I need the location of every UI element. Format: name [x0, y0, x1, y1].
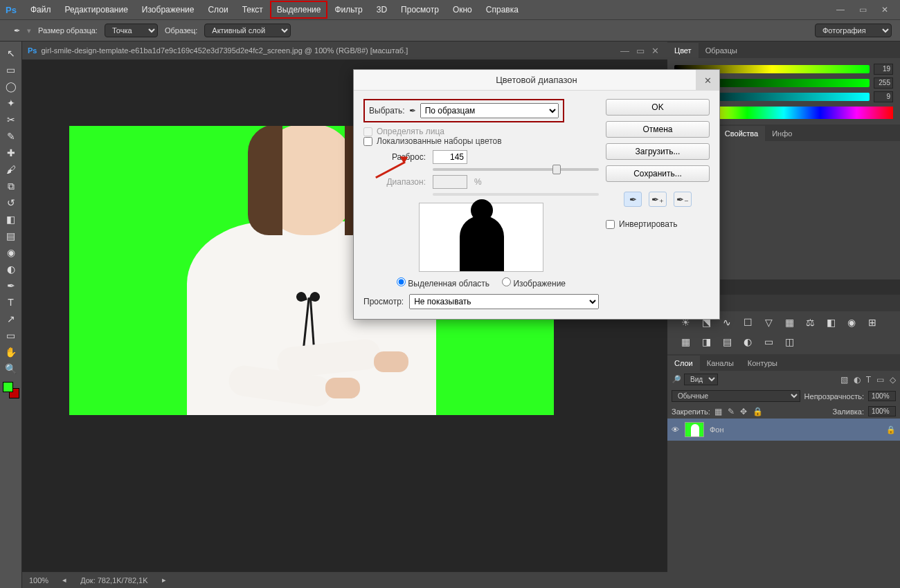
menu-edit[interactable]: Редактирование — [57, 1, 134, 19]
load-button[interactable]: Загрузить... — [606, 143, 710, 160]
filter-smart-icon[interactable]: ◇ — [890, 375, 896, 385]
poster-icon[interactable]: ▤ — [720, 336, 734, 349]
vibrance-icon[interactable]: ▽ — [762, 317, 775, 329]
menu-text[interactable]: Текст — [235, 1, 270, 19]
marquee-tool-icon[interactable]: ▭ — [3, 62, 19, 77]
lock-all-icon[interactable]: 🔒 — [753, 407, 763, 416]
radio-image[interactable]: Изображение — [502, 277, 566, 288]
filter-shape-icon[interactable]: ▭ — [876, 375, 884, 385]
bw-icon[interactable]: ◧ — [824, 317, 838, 329]
sample-layer-select[interactable]: Активный слой — [204, 24, 291, 37]
layer-name[interactable]: Фон — [710, 425, 724, 434]
menu-view[interactable]: Просмотр — [394, 1, 446, 19]
fuzziness-value[interactable] — [433, 150, 467, 164]
window-minimize-icon[interactable]: — — [834, 5, 847, 15]
localized-checkbox[interactable] — [363, 137, 372, 146]
fill-value[interactable] — [868, 406, 896, 416]
history-brush-icon[interactable]: ↺ — [3, 195, 19, 210]
menu-3d[interactable]: 3D — [370, 1, 394, 19]
menu-help[interactable]: Справка — [479, 1, 525, 19]
layer-kind-select[interactable]: Вид — [684, 374, 718, 385]
window-close-icon[interactable]: ✕ — [878, 5, 892, 15]
r-value[interactable]: 19 — [874, 64, 893, 75]
hue-icon[interactable]: ▦ — [782, 317, 796, 329]
tab-paths[interactable]: Контуры — [741, 356, 784, 371]
selective-icon[interactable]: ◫ — [782, 336, 796, 349]
doc-close-icon[interactable]: ✕ — [651, 46, 659, 56]
move-tool-icon[interactable]: ↖ — [3, 46, 19, 61]
cancel-button[interactable]: Отмена — [606, 121, 710, 138]
lock-move-icon[interactable]: ✥ — [740, 407, 747, 416]
blend-mode-select[interactable]: Обычные — [672, 390, 800, 402]
tab-info[interactable]: Инфо — [765, 126, 799, 141]
pen-tool-icon[interactable]: ✒ — [3, 278, 19, 293]
window-maximize-icon[interactable]: ▭ — [856, 5, 870, 15]
photo-filter-icon[interactable]: ◉ — [845, 317, 858, 329]
dodge-tool-icon[interactable]: ◐ — [3, 261, 19, 277]
eyedropper-add-icon[interactable]: ✒₊ — [649, 192, 667, 207]
menu-window[interactable]: Окно — [446, 1, 479, 19]
opacity-value[interactable] — [868, 391, 896, 401]
tab-swatches[interactable]: Образцы — [699, 43, 744, 58]
filter-adjust-icon[interactable]: ◐ — [854, 375, 861, 385]
radio-selection[interactable]: Выделенная область — [397, 277, 489, 288]
menu-layers[interactable]: Слои — [201, 1, 235, 19]
tab-channels[interactable]: Каналы — [700, 356, 741, 371]
dialog-title-bar[interactable]: Цветовой диапазон ✕ — [354, 70, 719, 91]
doc-minimize-icon[interactable]: — — [620, 46, 629, 56]
wand-tool-icon[interactable]: ✦ — [3, 95, 19, 111]
invert-icon[interactable]: ◨ — [699, 336, 713, 349]
sample-size-select[interactable]: Точка — [105, 24, 158, 37]
preview-select[interactable]: Не показывать — [409, 294, 599, 309]
visibility-icon[interactable]: 👁 — [672, 425, 679, 434]
g-value[interactable]: 255 — [874, 77, 893, 89]
menu-filter[interactable]: Фильтр — [327, 1, 369, 19]
heal-tool-icon[interactable]: ✚ — [3, 145, 19, 160]
hand-tool-icon[interactable]: ✋ — [3, 344, 19, 360]
lasso-tool-icon[interactable]: ◯ — [3, 79, 19, 94]
lut-icon[interactable]: ▦ — [678, 336, 692, 349]
menu-select[interactable]: Выделение — [270, 1, 328, 19]
lock-brush-icon[interactable]: ✎ — [728, 407, 735, 416]
tab-color[interactable]: Цвет — [667, 43, 699, 58]
exposure-icon[interactable]: ☐ — [741, 317, 755, 329]
workspace-select[interactable]: Фотография — [815, 24, 892, 37]
path-tool-icon[interactable]: ↗ — [3, 311, 19, 327]
gradient-tool-icon[interactable]: ▤ — [3, 228, 19, 244]
type-tool-icon[interactable]: T — [3, 295, 19, 310]
doc-maximize-icon[interactable]: ▭ — [636, 46, 645, 56]
save-button[interactable]: Сохранить... — [606, 165, 710, 182]
lock-pixels-icon[interactable]: ▦ — [714, 407, 722, 416]
eyedropper-subtract-icon[interactable]: ✒₋ — [674, 192, 692, 207]
fuzziness-slider[interactable] — [433, 168, 599, 171]
mixer-icon[interactable]: ⊞ — [865, 317, 879, 329]
gradmap-icon[interactable]: ▭ — [762, 336, 775, 349]
filter-type-icon[interactable]: T — [866, 375, 871, 385]
zoom-tool-icon[interactable]: 🔍 — [3, 361, 19, 376]
eyedropper-sample-icon[interactable]: ✒ — [624, 192, 642, 207]
layer-thumbnail[interactable] — [685, 422, 704, 437]
tab-layers[interactable]: Слои — [667, 356, 700, 371]
ok-button[interactable]: OK — [606, 99, 710, 116]
invert-checkbox[interactable] — [606, 220, 615, 229]
brush-tool-icon[interactable]: 🖌 — [3, 162, 19, 177]
tab-properties[interactable]: Свойства — [718, 126, 765, 141]
eraser-tool-icon[interactable]: ◧ — [3, 212, 19, 227]
color-swatches[interactable] — [3, 382, 19, 398]
threshold-icon[interactable]: ◐ — [741, 336, 755, 349]
b-value[interactable]: 9 — [874, 91, 893, 102]
filter-image-icon[interactable]: ▧ — [840, 375, 848, 385]
zoom-level[interactable]: 100% — [29, 576, 48, 585]
select-method-dropdown[interactable]: По образцам — [420, 103, 559, 118]
crop-tool-icon[interactable]: ✂ — [3, 112, 19, 127]
eyedropper-tool-icon[interactable]: ✎ — [3, 129, 19, 144]
blur-tool-icon[interactable]: ◉ — [3, 245, 19, 260]
dialog-close-icon[interactable]: ✕ — [696, 70, 719, 91]
document-tab[interactable]: Ps girl-smile-design-template-e61ba1d7e9… — [22, 42, 667, 59]
curves-icon[interactable]: ∿ — [720, 317, 734, 329]
layer-row[interactable]: 👁 Фон 🔒 — [667, 419, 900, 441]
stamp-tool-icon[interactable]: ⧉ — [3, 178, 19, 194]
menu-image[interactable]: Изображение — [135, 1, 201, 19]
balance-icon[interactable]: ⚖ — [803, 317, 817, 329]
shape-tool-icon[interactable]: ▭ — [3, 328, 19, 343]
